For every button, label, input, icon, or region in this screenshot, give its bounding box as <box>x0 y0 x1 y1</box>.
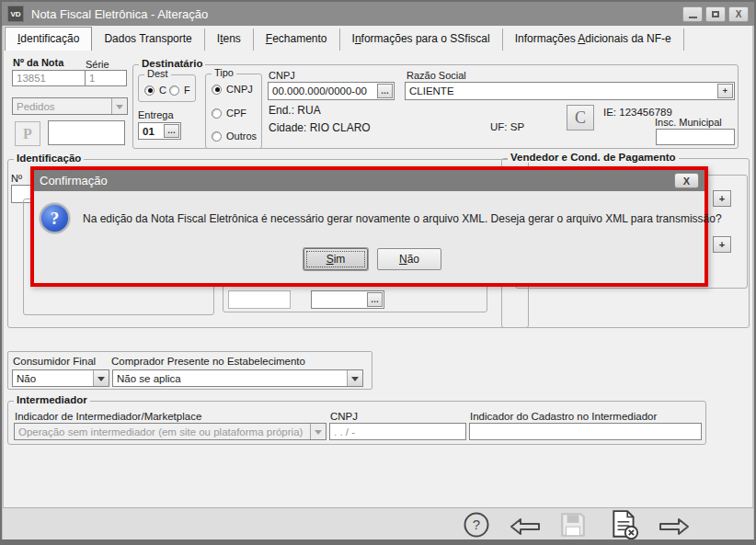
help-icon[interactable]: ? <box>463 511 490 539</box>
insc-municipal-label: Insc. Municipal <box>655 117 722 128</box>
consumidor-final-value: Não <box>13 373 93 384</box>
pedidos-value: Pedidos <box>13 101 111 112</box>
identificacao-title: Identificação <box>14 153 84 164</box>
p-input[interactable] <box>48 120 125 145</box>
cadastro-label: Indicador do Cadastro no Intermediador <box>470 411 657 422</box>
background-input[interactable] <box>228 290 291 309</box>
comprador-value: Não se aplica <box>113 373 347 384</box>
cnpj-value: 00.000.000/0000-00 <box>269 85 376 97</box>
chevron-down-icon <box>351 377 359 385</box>
consumidor-dropdown-button[interactable] <box>93 370 109 386</box>
indicador-combo[interactable]: Operação sem intermediador (em site ou p… <box>14 423 326 440</box>
forward-arrow-icon[interactable] <box>658 516 691 538</box>
minimize-button[interactable] <box>682 6 703 22</box>
radio-label: CPF <box>226 108 246 119</box>
entrega-value: 01 <box>139 126 163 137</box>
radio-tipo-cnpj[interactable]: CNPJ <box>212 84 253 95</box>
tipo-title: Tipo <box>212 67 236 78</box>
chevron-down-icon <box>315 430 322 438</box>
app-window: VD Nota Fiscal Eletrônica - Alteração X … <box>0 0 756 545</box>
pedidos-combo[interactable]: Pedidos <box>12 97 128 115</box>
p-button[interactable]: P <box>15 121 40 146</box>
radio-selected-icon <box>212 85 222 95</box>
maximize-button[interactable] <box>705 6 726 22</box>
razao-plus-button[interactable]: + <box>717 84 733 98</box>
yes-button[interactable]: Sim <box>304 248 368 270</box>
radio-label: CNPJ <box>226 84 253 95</box>
save-icon[interactable] <box>559 511 587 539</box>
consumidor-final-label: Consumidor Final <box>13 356 96 367</box>
radio-selected-icon <box>144 85 155 96</box>
cnpj-label: CNPJ <box>269 70 295 81</box>
serie-input[interactable]: 1 <box>85 70 127 86</box>
minimize-icon <box>689 17 697 18</box>
dialog-close-button[interactable]: X <box>674 173 699 188</box>
background-field[interactable]: … <box>311 290 384 309</box>
radio-icon <box>212 131 222 142</box>
nota-label: Nº da Nota <box>13 57 63 68</box>
radio-dest-c[interactable]: C <box>144 85 166 96</box>
entrega-field[interactable]: 01 … <box>138 122 181 140</box>
tab-informacoes-para-o-ssfiscal[interactable]: Informações para o SSfiscal <box>340 28 503 51</box>
radio-tipo-cpf[interactable]: CPF <box>212 108 246 119</box>
uf-text: UF: SP <box>490 121 524 132</box>
radio-label: Outros <box>226 131 257 142</box>
question-icon: ? <box>40 203 70 233</box>
cnpj-field[interactable]: 00.000.000/0000-00 … <box>268 82 395 100</box>
consumidor-final-combo[interactable]: Não <box>12 369 109 387</box>
vendedor-title: Vendedor e Cond. de Pagamento <box>508 152 679 163</box>
comprador-dropdown-button[interactable] <box>347 370 362 386</box>
entrega-ellipsis-button[interactable]: … <box>164 124 179 138</box>
comprador-label: Comprador Presente no Estabelecimento <box>111 356 305 367</box>
back-arrow-icon[interactable] <box>509 516 542 538</box>
no-button[interactable]: Não <box>377 248 441 270</box>
razao-field[interactable]: CLIENTE + <box>405 82 735 100</box>
app-icon: VD <box>7 6 24 22</box>
tab-bar: IdentificaçãoDados TransporteItensFecham… <box>5 27 751 51</box>
c-button[interactable]: C <box>567 105 594 131</box>
dialog-buttons: SimNão <box>304 248 441 270</box>
vendedor-plus-button[interactable]: + <box>713 190 731 207</box>
insc-municipal-input[interactable] <box>656 129 735 145</box>
entrega-label: Entrega <box>138 109 174 120</box>
tab-itens[interactable]: Itens <box>205 28 254 51</box>
ellipsis-button[interactable]: … <box>367 292 383 307</box>
razao-value: CLIENTE <box>406 85 716 97</box>
radio-tipo-outros[interactable]: Outros <box>212 131 257 142</box>
svg-text:?: ? <box>473 517 480 532</box>
cidade-text: Cidade: RIO CLARO <box>269 121 371 134</box>
pedidos-dropdown-button[interactable] <box>111 98 127 114</box>
radio-label: F <box>184 85 190 96</box>
dialog-message: Na edição da Nota Fiscal Eletrônica é ne… <box>83 212 697 225</box>
radio-icon <box>212 108 222 119</box>
identificacao-n-label: Nº <box>11 173 22 184</box>
confirmation-dialog: Confirmação X ? Na edição da Nota Fiscal… <box>30 166 708 287</box>
dialog-title: Confirmação <box>40 174 108 187</box>
close-button[interactable]: X <box>728 6 749 22</box>
indicador-dropdown-button[interactable] <box>310 424 326 439</box>
vendedor-plus-button[interactable]: + <box>713 236 731 253</box>
tab-dados-transporte[interactable]: Dados Transporte <box>92 28 204 51</box>
endereco-text: End.: RUA <box>269 104 321 117</box>
intermediador-cnpj-input[interactable]: . . / - <box>329 423 466 440</box>
indicador-label: Indicador de Intermediador/Marketplace <box>15 411 201 422</box>
dest-title: Dest <box>144 68 171 79</box>
cnpj-ellipsis-button[interactable]: … <box>377 84 393 98</box>
window-border-bottom <box>0 539 756 545</box>
cadastro-input[interactable] <box>469 423 702 440</box>
intermediador-cnpj-label: CNPJ <box>330 411 358 422</box>
tab-informacoes-adicionais-da-nf-e[interactable]: Informações Adicionais da NF-e <box>503 28 684 51</box>
serie-label: Série <box>86 59 109 70</box>
titlebar: VD Nota Fiscal Eletrônica - Alteração X <box>2 2 754 26</box>
tab-fechamento[interactable]: Fechamento <box>254 28 340 51</box>
comprador-combo[interactable]: Não se aplica <box>112 369 363 387</box>
razao-label: Razão Social <box>407 70 466 81</box>
intermediador-title: Intermediador <box>14 394 90 405</box>
radio-dest-f[interactable]: F <box>169 85 190 96</box>
tab-identificacao[interactable]: Identificação <box>5 27 92 51</box>
cancel-document-icon[interactable] <box>608 509 641 540</box>
chevron-down-icon <box>97 377 105 385</box>
radio-icon <box>169 85 179 96</box>
dialog-body: ? Na edição da Nota Fiscal Eletrônica é … <box>34 191 704 283</box>
indicador-value: Operação sem intermediador (em site ou p… <box>15 426 310 437</box>
